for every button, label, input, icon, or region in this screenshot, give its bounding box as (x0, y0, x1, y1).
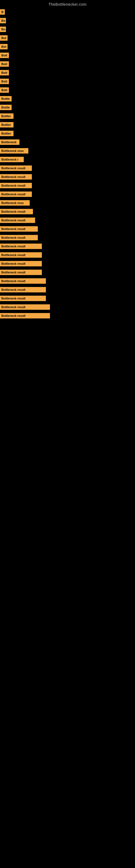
bottleneck-label: Bottleneck result (0, 235, 38, 240)
bottleneck-label: Bottleneck resu (0, 148, 28, 154)
bar-fill (13, 122, 135, 127)
bar-fill (13, 113, 135, 119)
list-item: Bottleneck result (0, 173, 135, 181)
bar-fill (32, 191, 135, 197)
bottleneck-label: Bottleneck result (0, 165, 32, 171)
list-item: Bo (0, 16, 135, 25)
bottleneck-label: Bo (0, 27, 6, 32)
list-item: Bottleneck result (0, 225, 135, 233)
bar-fill (9, 87, 135, 93)
list-item: Bottleneck result (0, 285, 135, 294)
list-item: Bottle (0, 103, 135, 112)
bar-fill (12, 105, 135, 110)
list-item: Bottle (0, 94, 135, 103)
list-item: Bottleneck result (0, 233, 135, 242)
list-item: Bott (0, 68, 135, 77)
bottleneck-label: Bottleneck resu (0, 200, 30, 206)
bar-fill (30, 200, 135, 206)
bottleneck-label: Bott (0, 87, 9, 93)
bar-fill (33, 209, 135, 214)
bottleneck-label: Bottleneck result (0, 174, 32, 180)
list-item: Bott (0, 77, 135, 86)
bar-fill (9, 61, 135, 67)
bar-fill (38, 235, 135, 240)
bottleneck-label: Bot (0, 44, 8, 50)
bar-fill (32, 165, 135, 171)
list-item: Bottleneck result (0, 181, 135, 190)
list-item: B (0, 8, 135, 16)
bottleneck-label: Bottleneck (0, 140, 19, 145)
bottleneck-label: B (0, 9, 5, 14)
list-item: Bottleneck result (0, 216, 135, 225)
bottleneck-label: Bottleneck result (0, 244, 42, 249)
bottleneck-label: Bo (0, 18, 6, 23)
bar-fill (12, 96, 135, 101)
bottleneck-label: Bot (0, 35, 8, 41)
list-item: Bottleneck result (0, 259, 135, 268)
bar-fill (42, 270, 135, 275)
bar-fill (46, 278, 135, 284)
list-item: Bott (0, 86, 135, 94)
list-item: Bottleneck result (0, 294, 135, 303)
bar-fill (50, 304, 135, 310)
bar-fill (42, 244, 135, 249)
bottleneck-label: Bottleneck result (0, 209, 33, 214)
bottleneck-label: Bottleneck result (0, 296, 46, 301)
bottleneck-label: Bottleneck result (0, 287, 46, 292)
bar-fill (38, 226, 135, 231)
list-item: Bottleneck result (0, 311, 135, 320)
list-item: Bot (0, 42, 135, 51)
site-title: TheBottlenecker.com (0, 0, 135, 8)
list-item: Bottler (0, 129, 135, 138)
bottleneck-label: Bottleneck result (0, 183, 32, 188)
bottleneck-label: Bottleneck result (0, 261, 42, 267)
list-item: Bottleneck resu (0, 198, 135, 207)
bottleneck-label: Bottleneck result (0, 191, 32, 197)
bottleneck-label: Bottler (0, 131, 13, 136)
bottleneck-label: Bottler (0, 113, 13, 119)
list-item: Bott (0, 60, 135, 68)
list-item: Bottleneck r (0, 155, 135, 164)
list-item: Bottleneck result (0, 277, 135, 285)
list-item: Bottleneck result (0, 190, 135, 198)
bar-fill (6, 18, 135, 23)
bottleneck-label: Bott (0, 70, 9, 75)
bottleneck-label: Bottler (0, 122, 13, 127)
list-item: Bottleneck result (0, 242, 135, 251)
bottleneck-label: Bottle (0, 105, 12, 110)
list-item: Bo (0, 25, 135, 34)
list-item: Bottleneck result (0, 303, 135, 311)
bottleneck-label: Bottleneck result (0, 218, 35, 223)
list-item: Bottleneck (0, 138, 135, 147)
list-item: Bottleneck result (0, 251, 135, 259)
bar-fill (8, 35, 135, 41)
list-item: Bottleneck result (0, 164, 135, 173)
list-item: Bottleneck result (0, 207, 135, 216)
bar-fill (5, 9, 135, 14)
bar-fill (24, 157, 135, 162)
bottleneck-label: Bottleneck result (0, 226, 38, 231)
list-item: Bott (0, 51, 135, 60)
list-item: Bottler (0, 120, 135, 129)
bar-fill (6, 27, 135, 32)
bar-fill (9, 79, 135, 84)
bar-fill (42, 252, 135, 258)
bar-fill (8, 44, 135, 50)
bar-fill (42, 261, 135, 267)
bottleneck-label: Bottle (0, 96, 12, 101)
bar-fill (46, 296, 135, 301)
bottleneck-label: Bottleneck result (0, 278, 46, 284)
list-item: Bottleneck result (0, 268, 135, 277)
bar-fill (13, 131, 135, 136)
bar-fill (32, 183, 135, 188)
bar-fill (9, 53, 135, 58)
bottleneck-label: Bottleneck result (0, 304, 50, 310)
bottleneck-label: Bottleneck r (0, 157, 24, 162)
list-item: Bot (0, 34, 135, 42)
bar-fill (32, 174, 135, 180)
bottleneck-label: Bott (0, 79, 9, 84)
bar-fill (46, 287, 135, 292)
bar-fill (28, 148, 135, 154)
bottleneck-label: Bottleneck result (0, 313, 50, 318)
list-item: Bottler (0, 112, 135, 120)
